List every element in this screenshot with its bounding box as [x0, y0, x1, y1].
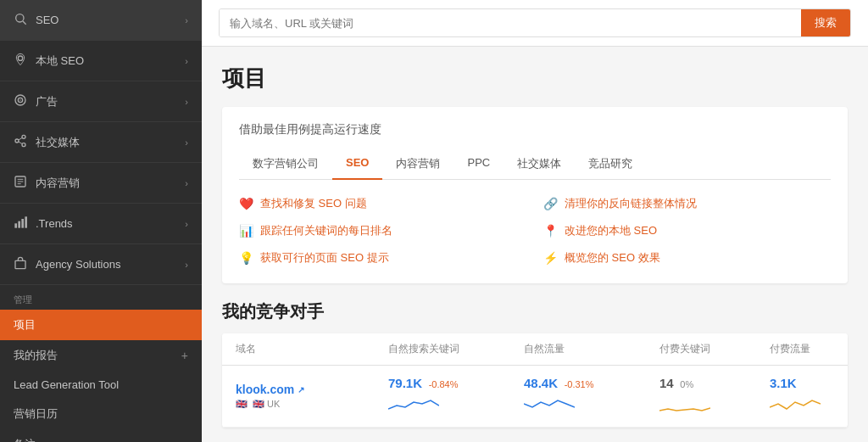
tab-digital[interactable]: 数字营销公司: [239, 149, 332, 180]
map-pin-icon: 📍: [543, 224, 558, 238]
feature-track-rank-label: 跟踪任何关键词的每日排名: [260, 223, 392, 238]
heart-icon: ❤️: [239, 197, 253, 210]
sidebar-item-trends-label: .Trends: [36, 217, 73, 230]
table-header: 域名 自然搜索关键词 自然流量 付费关键词 付费流量: [222, 333, 848, 366]
sidebar-menu-reports-label: 我的报告: [14, 348, 58, 363]
feature-backlinks-label: 清理你的反向链接整体情况: [565, 196, 697, 211]
feature-track-rank[interactable]: 📊 跟踪任何关键词的每日排名: [239, 221, 526, 241]
tab-social[interactable]: 社交媒体: [504, 149, 575, 180]
sidebar-item-ads[interactable]: 广告 ›: [0, 81, 202, 122]
main-content: 搜索 项目 借助最佳用例提高运行速度 数字营销公司 SEO 内容营销 PPC 社…: [202, 0, 868, 442]
feature-local-seo-label: 改进您的本地 SEO: [565, 223, 657, 238]
tab-competitive[interactable]: 竞品研究: [575, 149, 646, 180]
sidebar-item-social[interactable]: 社交媒体 ›: [0, 122, 202, 163]
bulb-icon: 💡: [239, 251, 253, 265]
svg-line-10: [19, 137, 23, 140]
svg-line-9: [19, 142, 23, 144]
svg-point-7: [15, 139, 19, 143]
plus-icon[interactable]: +: [181, 349, 188, 362]
sidebar-item-seo[interactable]: SEO ›: [0, 0, 202, 41]
sidebar-menu-calendar[interactable]: 营销日历: [0, 399, 202, 429]
sidebar-menu-notes-label: 备注: [14, 437, 36, 442]
organic-kw-value: 79.1K: [388, 376, 422, 390]
search-button[interactable]: 搜索: [801, 9, 850, 36]
paid-kw-cell: 14 0%: [659, 376, 770, 417]
svg-point-6: [22, 135, 25, 138]
features-grid: ❤️ 查找和修复 SEO 问题 🔗 清理你的反向链接整体情况 📊 跟踪任何关键词…: [239, 193, 831, 268]
chart-icon: 📊: [239, 224, 253, 238]
sidebar-menu-projects[interactable]: 项目: [0, 310, 202, 340]
sidebar-menu-lead-gen[interactable]: Lead Generation Tool: [0, 371, 202, 399]
feature-overview-label: 概览您的 SEO 效果: [565, 250, 660, 266]
sidebar: SEO › 本地 SEO › 广告 › 社交媒体 ›: [0, 0, 202, 442]
feature-fix-seo[interactable]: ❤️ 查找和修复 SEO 问题: [239, 193, 526, 214]
svg-point-2: [18, 56, 22, 60]
tab-ppc[interactable]: PPC: [453, 149, 504, 180]
feature-overview[interactable]: ⚡ 概览您的 SEO 效果: [543, 248, 831, 268]
chevron-icon: ›: [185, 15, 188, 25]
sidebar-item-seo-label: SEO: [36, 14, 58, 26]
col-domain: 域名: [236, 342, 388, 356]
svg-rect-18: [25, 216, 27, 227]
sidebar-item-content-label: 内容营销: [36, 176, 80, 191]
sidebar-item-trends[interactable]: .Trends ›: [0, 204, 202, 244]
sidebar-menu-notes[interactable]: 备注: [0, 429, 202, 442]
svg-point-0: [16, 14, 24, 22]
paid-kw-change: 0%: [680, 379, 693, 389]
page-title: 项目: [222, 64, 848, 93]
content-area: 项目 借助最佳用例提高运行速度 数字营销公司 SEO 内容营销 PPC 社交媒体…: [202, 47, 868, 442]
svg-rect-17: [21, 219, 24, 228]
paid-traffic-cell: 3.1K: [770, 376, 848, 417]
sidebar-item-local-seo[interactable]: 本地 SEO ›: [0, 41, 202, 81]
svg-line-1: [23, 21, 26, 25]
domain-flag: 🇬🇧 🇬🇧 UK: [236, 399, 388, 410]
management-section-label: 管理: [0, 285, 202, 310]
content-icon: [14, 175, 27, 191]
topbar: 搜索: [202, 0, 868, 47]
sidebar-item-content[interactable]: 内容营销 ›: [0, 163, 202, 204]
feature-backlinks[interactable]: 🔗 清理你的反向链接整体情况: [543, 193, 831, 214]
tab-seo[interactable]: SEO: [332, 149, 382, 180]
paid-kw-chart: [659, 394, 710, 414]
organic-traffic-cell: 48.4K -0.31%: [524, 376, 659, 417]
col-paid-kw: 付费关键词: [659, 342, 770, 356]
paid-kw-value: 14: [659, 376, 674, 390]
competitors-title: 我的竞争对手: [222, 300, 848, 323]
sidebar-item-agency-label: Agency Solutions: [36, 258, 120, 271]
svg-rect-16: [18, 221, 20, 228]
card-subtitle: 借助最佳用例提高运行速度: [239, 122, 831, 137]
sidebar-item-ads-label: 广告: [36, 94, 58, 109]
chevron-icon: ›: [185, 219, 188, 229]
sidebar-menu-lead-gen-label: Lead Generation Tool: [14, 378, 119, 391]
search-box: 搜索: [219, 8, 851, 37]
paid-traffic-value: 3.1K: [770, 376, 797, 390]
sidebar-item-agency[interactable]: Agency Solutions ›: [0, 244, 202, 285]
table-row: klook.com ↗ 🇬🇧 🇬🇧 UK 79.1K -0.84%: [222, 366, 848, 428]
svg-rect-19: [15, 260, 25, 268]
chevron-icon: ›: [185, 97, 188, 107]
organic-kw-chart: [388, 394, 439, 414]
sidebar-item-local-seo-label: 本地 SEO: [36, 53, 84, 69]
domain-name[interactable]: klook.com ↗: [236, 383, 388, 396]
col-organic-kw: 自然搜索关键词: [388, 342, 524, 356]
chevron-icon: ›: [185, 260, 188, 270]
chevron-icon: ›: [185, 56, 188, 66]
sidebar-item-social-label: 社交媒体: [36, 135, 80, 150]
feature-fix-seo-label: 查找和修复 SEO 问题: [260, 196, 367, 211]
paid-traffic-chart: [770, 394, 821, 414]
link-icon: 🔗: [543, 197, 558, 210]
search-input[interactable]: [220, 9, 801, 36]
organic-kw-cell: 79.1K -0.84%: [388, 376, 524, 417]
svg-point-8: [22, 143, 25, 147]
feature-page-seo[interactable]: 💡 获取可行的页面 SEO 提示: [239, 248, 526, 268]
sidebar-menu-calendar-label: 营销日历: [14, 406, 58, 422]
sidebar-menu-reports[interactable]: 我的报告 +: [0, 340, 202, 371]
col-organic-traffic: 自然流量: [524, 342, 659, 356]
svg-rect-15: [14, 223, 17, 227]
tabs-bar: 数字营销公司 SEO 内容营销 PPC 社交媒体 竞品研究: [239, 149, 831, 180]
tab-content[interactable]: 内容营销: [382, 149, 453, 180]
domain-cell: klook.com ↗ 🇬🇧 🇬🇧 UK: [236, 383, 388, 410]
feature-local-seo[interactable]: 📍 改进您的本地 SEO: [543, 221, 831, 241]
trends-icon: [14, 215, 27, 232]
svg-point-5: [19, 99, 20, 100]
